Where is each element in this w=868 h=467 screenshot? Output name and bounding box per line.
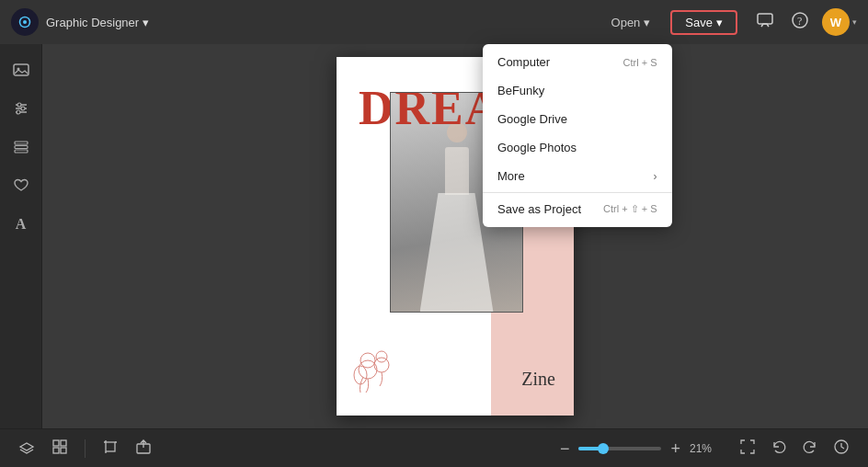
save-button[interactable]: Save ▾: [670, 10, 737, 35]
dropdown-item-google-photos-label: Google Photos: [497, 141, 577, 154]
save-chevron-icon: ▾: [716, 16, 723, 29]
sidebar-item-favorites[interactable]: [5, 169, 38, 202]
dropdown-item-save-project[interactable]: Save as Project Ctrl + ⇧ + S: [483, 195, 672, 223]
svg-rect-21: [53, 440, 59, 446]
svg-rect-5: [14, 64, 29, 75]
svg-rect-13: [15, 142, 28, 144]
redo-icon[interactable]: [798, 435, 822, 462]
dropdown-item-befunky[interactable]: BeFunky: [483, 76, 672, 105]
open-chevron-icon: ▾: [644, 16, 650, 29]
svg-point-20: [376, 351, 387, 362]
avatar-chevron-icon: ▾: [852, 17, 857, 27]
svg-rect-2: [758, 14, 772, 24]
app-title-text: Graphic Designer: [46, 16, 139, 29]
clock-icon[interactable]: [829, 435, 853, 462]
zoom-out-button[interactable]: −: [556, 439, 574, 459]
fit-screen-icon[interactable]: [736, 435, 760, 462]
svg-rect-25: [106, 442, 115, 451]
svg-point-19: [374, 358, 389, 372]
text-icon: A: [16, 216, 27, 233]
crop-icon[interactable]: [98, 435, 122, 462]
chat-icon-button[interactable]: [752, 7, 778, 38]
dropdown-item-save-project-label: Save as Project: [497, 202, 581, 216]
canvas-flowers: [349, 342, 400, 399]
sidebar: A: [0, 44, 42, 428]
app-logo: [11, 8, 39, 36]
svg-point-12: [17, 110, 20, 114]
sidebar-item-adjustments[interactable]: [5, 92, 38, 125]
main-area: A DREAM Volu Zine: [0, 44, 868, 428]
avatar-initial: W: [830, 16, 841, 29]
bottombar-right: [736, 435, 853, 462]
bottombar: − + 21%: [0, 428, 868, 467]
topbar: Graphic Designer ▾ Open ▾ Save ▾ ? W ▾: [0, 0, 868, 44]
save-label: Save: [685, 16, 713, 29]
open-button[interactable]: Open ▾: [599, 10, 664, 35]
app-title[interactable]: Graphic Designer ▾: [46, 16, 149, 29]
help-icon-button[interactable]: ?: [787, 7, 813, 38]
dropdown-item-computer-label: Computer: [497, 55, 550, 69]
dropdown-item-computer[interactable]: Computer Ctrl + S: [483, 48, 672, 76]
layers-icon[interactable]: [15, 435, 39, 462]
save-dropdown-menu: Computer Ctrl + S BeFunky Google Drive G…: [483, 44, 672, 227]
topbar-icons: ? W ▾: [752, 7, 857, 38]
zoom-thumb[interactable]: [598, 443, 609, 454]
dropdown-item-more[interactable]: More ›: [483, 162, 672, 190]
sidebar-item-layers[interactable]: [5, 131, 38, 164]
sidebar-item-text[interactable]: A: [5, 208, 38, 241]
sidebar-item-images[interactable]: [5, 53, 38, 86]
grid-icon[interactable]: [48, 435, 72, 462]
dropdown-item-google-drive[interactable]: Google Drive: [483, 105, 672, 133]
dropdown-item-computer-shortcut: Ctrl + S: [623, 57, 657, 68]
svg-point-1: [23, 20, 27, 24]
dropdown-separator: [483, 192, 672, 193]
dropdown-item-befunky-label: BeFunky: [497, 84, 544, 97]
dropdown-item-google-photos[interactable]: Google Photos: [483, 133, 672, 162]
svg-rect-14: [15, 146, 28, 149]
canvas-zine-text: Zine: [521, 369, 555, 390]
export-icon[interactable]: [131, 435, 155, 462]
svg-rect-24: [61, 448, 66, 453]
zoom-control: − + 21%: [556, 439, 719, 459]
zoom-percent-label: 21%: [690, 442, 719, 455]
bottombar-divider-1: [85, 439, 86, 458]
svg-rect-23: [53, 448, 59, 453]
user-avatar-area[interactable]: W ▾: [822, 8, 857, 36]
open-label: Open: [611, 16, 641, 29]
zoom-in-button[interactable]: +: [667, 439, 684, 459]
dropdown-item-more-arrow-icon: ›: [654, 170, 657, 183]
app-title-chevron-icon: ▾: [143, 16, 149, 29]
dropdown-item-save-project-shortcut: Ctrl + ⇧ + S: [603, 203, 657, 215]
zoom-slider[interactable]: [578, 447, 661, 450]
svg-rect-15: [15, 150, 28, 153]
svg-text:?: ?: [797, 15, 802, 28]
user-avatar: W: [822, 8, 850, 36]
undo-icon[interactable]: [767, 435, 791, 462]
dropdown-item-more-label: More: [497, 169, 525, 183]
svg-point-10: [17, 103, 21, 107]
svg-rect-22: [61, 440, 66, 446]
svg-point-11: [21, 107, 25, 110]
canvas-area: DREAM Volu Zine: [42, 44, 868, 428]
dropdown-item-google-drive-label: Google Drive: [497, 112, 567, 126]
